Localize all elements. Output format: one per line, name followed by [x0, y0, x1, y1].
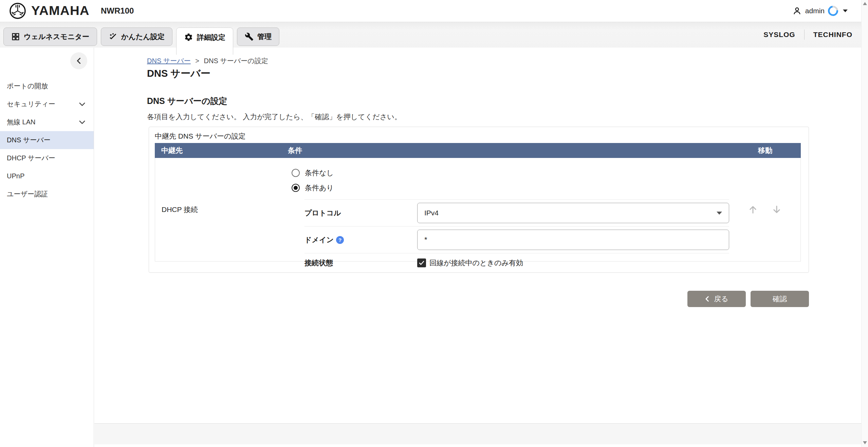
tab-label: 管理: [257, 32, 272, 41]
top-bar: YAMAHA NWR100 admin: [0, 0, 861, 22]
breadcrumb-current: DNS サーバーの設定: [204, 57, 268, 65]
toplink-divider: [804, 30, 805, 40]
sidebar-collapse-button[interactable]: [70, 52, 87, 69]
move-cell: [729, 158, 800, 261]
sidebar-item-label: UPnP: [7, 172, 24, 180]
dns-table: 中継先 条件 移動 DHCP 接続 条件なし 条件あり: [155, 143, 801, 262]
select-caret-icon: [717, 212, 722, 215]
confirm-button-label: 確認: [773, 294, 787, 304]
sidebar-item-user-auth[interactable]: ユーザー認証: [0, 185, 94, 203]
sidebar-item-label: ポートの開放: [7, 82, 48, 91]
breadcrumb-separator: >: [195, 57, 199, 65]
wand-icon: [109, 32, 117, 41]
column-header-target: 中継先: [155, 146, 288, 155]
tab-wellness-monitor[interactable]: ウェルネスモニター: [3, 28, 97, 46]
vertical-scrollbar[interactable]: [861, 0, 868, 447]
footer: [94, 423, 861, 444]
move-down-button[interactable]: [772, 204, 782, 215]
sidebar-item-port-open[interactable]: ポートの開放: [0, 77, 94, 95]
chevron-down-icon: [79, 102, 86, 106]
tab-strip: ウェルネスモニター かんたん設定 詳細設定 管理: [0, 22, 861, 48]
domain-row: ドメイン ?: [304, 226, 729, 253]
sidebar-nav: ポートの開放 セキュリティー 無線 LAN DNS サーバー DHCP サーバー: [0, 77, 94, 203]
sidebar-item-dns-server[interactable]: DNS サーバー: [0, 131, 94, 149]
radio-icon[interactable]: [292, 169, 300, 177]
protocol-label-text: プロトコル: [304, 208, 341, 218]
column-header-move: 移動: [730, 146, 801, 155]
tab-easy-setup[interactable]: かんたん設定: [101, 28, 172, 46]
app-root: YAMAHA NWR100 admin: [0, 0, 868, 447]
protocol-label: プロトコル: [304, 208, 417, 218]
yamaha-logo-icon: [9, 2, 26, 20]
person-icon: [792, 6, 802, 16]
dashboard-icon: [11, 32, 20, 41]
loading-spinner-icon: [826, 4, 840, 18]
protocol-select[interactable]: IPv4: [417, 203, 729, 223]
protocol-row: プロトコル IPv4: [304, 199, 729, 226]
arrow-up-icon: [748, 204, 758, 215]
radio-label: 条件あり: [305, 183, 334, 193]
sidebar-item-wireless-lan[interactable]: 無線 LAN: [0, 113, 94, 131]
top-links: SYSLOG TECHINFO: [763, 30, 852, 40]
back-button[interactable]: 戻る: [687, 291, 746, 307]
user-menu[interactable]: admin: [792, 6, 852, 16]
domain-label: ドメイン ?: [304, 235, 417, 245]
syslog-link[interactable]: SYSLOG: [763, 31, 795, 39]
wrench-icon: [245, 32, 254, 41]
radio-label: 条件なし: [305, 168, 334, 178]
check-icon: [419, 260, 425, 266]
gear-icon: [184, 33, 193, 42]
sidebar-item-upnp[interactable]: UPnP: [0, 167, 94, 185]
radio-checked-icon[interactable]: [292, 184, 300, 192]
sidebar-item-security[interactable]: セキュリティー: [0, 95, 94, 113]
target-label: DHCP 接続: [162, 205, 198, 214]
tab-label: ウェルネスモニター: [24, 32, 89, 41]
radio-condition-set[interactable]: 条件あり: [292, 180, 729, 195]
domain-label-text: ドメイン: [304, 235, 334, 245]
page-title: DNS サーバー: [147, 67, 210, 81]
sidebar-item-label: 無線 LAN: [7, 118, 35, 127]
sidebar-item-label: セキュリティー: [7, 100, 55, 109]
chevron-left-icon: [76, 57, 81, 64]
brand-name: YAMAHA: [31, 4, 90, 18]
confirm-button[interactable]: 確認: [751, 291, 809, 307]
tab-management[interactable]: 管理: [237, 28, 279, 46]
scrollbar-down-arrow-icon[interactable]: [863, 441, 867, 444]
move-up-button[interactable]: [748, 204, 758, 215]
dns-settings-card: 中継先 DNS サーバーの設定 中継先 条件 移動 DHCP 接続 条件なし: [149, 127, 809, 273]
checkbox-label: 回線が接続中のときのみ有効: [429, 258, 523, 268]
condition-cell: 条件なし 条件あり プロトコル IPv4: [288, 158, 729, 261]
condition-fields: プロトコル IPv4 ドメイン ?: [304, 199, 729, 272]
connection-state-option[interactable]: 回線が接続中のときのみ有効: [417, 258, 523, 268]
sidebar-item-label: ユーザー認証: [7, 190, 48, 199]
back-button-label: 戻る: [714, 294, 728, 304]
chevron-down-icon: [79, 120, 86, 124]
sidebar: ポートの開放 セキュリティー 無線 LAN DNS サーバー DHCP サーバー: [0, 48, 94, 447]
column-header-condition: 条件: [288, 146, 730, 155]
tab-advanced-settings[interactable]: 詳細設定: [176, 28, 233, 55]
checkbox-checked-icon[interactable]: [417, 258, 426, 267]
brand: YAMAHA NWR100: [9, 2, 134, 20]
tab-label: かんたん設定: [121, 32, 165, 41]
sidebar-item-dhcp-server[interactable]: DHCP サーバー: [0, 149, 94, 167]
username: admin: [805, 7, 825, 15]
table-caption: 中継先 DNS サーバーの設定: [155, 131, 245, 141]
connection-state-label-text: 接続状態: [304, 258, 333, 268]
techinfo-link[interactable]: TECHINFO: [813, 31, 852, 39]
help-icon[interactable]: ?: [336, 236, 344, 244]
target-cell: DHCP 接続: [155, 158, 288, 261]
scrollbar-up-arrow-icon[interactable]: [863, 2, 867, 5]
tab-label: 詳細設定: [197, 33, 225, 42]
instruction-text: 各項目を入力してください。 入力が完了したら、「確認」を押してください。: [147, 112, 402, 122]
chevron-left-icon: [705, 296, 709, 302]
domain-input[interactable]: [417, 230, 729, 250]
table-row: DHCP 接続 条件なし 条件あり プロトコル: [155, 158, 801, 262]
table-header-row: 中継先 条件 移動: [155, 143, 801, 158]
action-buttons: 戻る 確認: [687, 291, 809, 307]
protocol-selected-value: IPv4: [424, 209, 439, 217]
brand-model: NWR100: [101, 6, 134, 16]
breadcrumb-parent-link[interactable]: DNS サーバー: [147, 57, 191, 65]
section-title: DNS サーバーの設定: [147, 95, 227, 107]
radio-condition-none[interactable]: 条件なし: [292, 165, 729, 180]
user-menu-caret-icon: [843, 10, 848, 12]
